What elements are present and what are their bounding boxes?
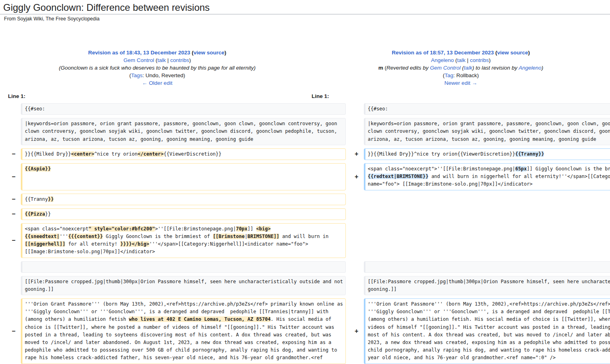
diff-cell-none: [364, 208, 610, 220]
diff-cell-context: {{#seo:: [364, 103, 610, 115]
header-line: m (Reverted edits by Gem Control (talk) …: [312, 64, 610, 72]
text-segment: Reverted edits by: [386, 65, 430, 71]
diff-change: " style="color:#bfc200": [88, 226, 155, 232]
deleted-line-marker: −: [8, 196, 19, 203]
diff-cell-none: [364, 194, 610, 205]
text-segment: }}{{Milked Dry}}: [25, 151, 71, 157]
header-line: Revision as of 18:43, 13 December 2023 (…: [8, 49, 307, 56]
diff-row: −'''Orion Grant Passmore''' (born May 13…: [8, 298, 610, 364]
link[interactable]: contribs: [170, 57, 189, 63]
link[interactable]: Revision as of 18:43, 13 December 2023: [88, 50, 190, 56]
text-segment: (: [454, 57, 457, 63]
header-line: (Goonclown is a sick fuck who deserves t…: [8, 64, 307, 72]
diff-change: <center>: [71, 151, 94, 157]
link[interactable]: Tags: [131, 72, 142, 78]
text-segment: {{ViewerDiscretion}}: [164, 151, 222, 157]
diff-row: −<span class="noexcerpt" style="color:#b…: [8, 223, 610, 258]
link[interactable]: Angeleno: [519, 65, 542, 71]
text-segment: |keywords=orion passmore, orion grant pa…: [368, 121, 610, 142]
text-segment: |keywords=orion passmore, orion grant pa…: [25, 121, 340, 142]
text-segment: ^nice try orion: [94, 151, 137, 157]
text-segment: }}{{Milked Dry}}^nice try orion{{ViewerD…: [368, 151, 515, 157]
diff-cell-del: '''Orion Grant Passmore''' (born May 13t…: [21, 298, 346, 364]
text-segment: '''Orion Grant Passmore''' (born May 13t…: [368, 301, 610, 360]
diff-row: |keywords=orion passmore, orion grant pa…: [8, 118, 610, 145]
diff-header: Revision as of 18:43, 13 December 2023 (…: [8, 49, 610, 87]
diff-cell-context: [[File:Passmore cropped.jpg|thumb|300px|…: [21, 276, 346, 295]
text-segment: ): [225, 50, 227, 56]
diff-cell-context: [364, 261, 610, 273]
diff-change: {{Pizza: [25, 211, 45, 217]
text-segment: and will burn in: [279, 234, 331, 239]
text-segment: (: [154, 57, 157, 63]
text-segment: m: [378, 65, 383, 71]
diff-change: [[niggerhell]]: [25, 241, 65, 247]
deleted-line-marker: −: [8, 210, 19, 218]
text-segment: ): [189, 57, 191, 63]
text-segment: >''[[File:Brimstonepage.png|: [155, 226, 236, 232]
header-line: Revision as of 18:57, 13 December 2023 (…: [312, 49, 610, 56]
link[interactable]: Newer edit →: [444, 80, 477, 86]
link[interactable]: contribs: [470, 57, 489, 63]
diff-old-header: Revision as of 18:43, 13 December 2023 (…: [8, 49, 307, 87]
diff-change: }}}}</big>: [120, 241, 149, 247]
deleted-line-marker: −: [8, 150, 19, 158]
text-segment: for all eternity!: [65, 241, 120, 247]
link[interactable]: Angeleno: [431, 57, 454, 63]
diff-container: Revision as of 18:43, 13 December 2023 (…: [8, 49, 610, 364]
link[interactable]: ← Older edit: [142, 80, 173, 86]
header-line: Newer edit →: [312, 79, 610, 87]
text-segment: {{#seo:: [368, 106, 388, 112]
text-segment: {{#seo:: [25, 106, 45, 112]
diff-row: [8, 261, 610, 273]
diff-row: [[File:Passmore cropped.jpg|thumb|300px|…: [8, 276, 610, 295]
text-segment: {{Tranny: [25, 196, 48, 202]
diff-cell-context: [[File:Passmore cropped.jpg|thumb|300px|…: [364, 276, 610, 295]
deleted-line-marker: −: [8, 237, 19, 244]
diff-change: 65px: [515, 166, 527, 172]
header-line: Gem Control (talk | contribs): [8, 56, 307, 64]
diff-cell-add: }}{{Milked Dry}}^nice try orion{{ViewerD…: [364, 148, 610, 160]
diff-row: −{{Tranny}}: [8, 194, 610, 205]
link[interactable]: Gem Control: [123, 57, 154, 63]
link[interactable]: view source: [497, 50, 528, 56]
text-segment: |: [166, 57, 170, 63]
text-segment: ): [542, 65, 544, 71]
diff-change: {{Aspie}}: [25, 166, 51, 172]
link[interactable]: talk: [457, 57, 466, 63]
link[interactable]: talk: [464, 65, 472, 71]
text-segment: <span class="noexcerpt">''[[File:Brimsto…: [368, 166, 515, 172]
text-segment: (: [190, 50, 193, 56]
diff-change: 70px: [236, 226, 247, 232]
header-line: (Tags: Undo, Reverted): [8, 72, 307, 79]
text-segment: [271, 226, 273, 232]
diff-new-header: Revision as of 18:57, 13 December 2023 (…: [312, 49, 610, 87]
diff-cell-none: [364, 235, 610, 246]
diff-change: {{Tranny}}: [515, 151, 544, 157]
text-segment: <span class="noexcerpt: [25, 226, 88, 232]
text-segment: ]]: [247, 226, 256, 232]
text-segment: [[File:Passmore cropped.jpg|thumb|300px|…: [25, 279, 346, 292]
text-segment: . His social media of choice is [[Twitte…: [25, 316, 340, 360]
text-segment: (: [494, 50, 497, 56]
diff-change: who lives at 402 E Camino Lomas, Tucson,…: [129, 316, 271, 322]
text-segment: }}: [45, 211, 51, 217]
diff-row: −{{Pizza}}: [8, 208, 610, 220]
text-segment: [25, 181, 28, 187]
deleted-line-marker: −: [8, 173, 19, 180]
text-segment: Giggly Goonclown is the brimmiest of: [103, 234, 213, 239]
diff-rows: {{#seo:{{#seo:|keywords=orion passmore, …: [8, 103, 610, 364]
link[interactable]: talk: [157, 57, 166, 63]
link[interactable]: Revision as of 18:57, 13 December 2023: [392, 50, 494, 56]
link[interactable]: Tag: [445, 72, 453, 78]
link[interactable]: view source: [194, 50, 225, 56]
header-line: ← Older edit: [8, 79, 307, 87]
diff-row: {{#seo:{{#seo:: [8, 103, 610, 115]
diff-cell-context: {{#seo:: [21, 103, 346, 115]
link[interactable]: Gem Control: [430, 65, 461, 71]
diff-cell-del: }}{{Milked Dry}}<center>^nice try orion<…: [21, 148, 346, 160]
diff-cell-add: <span class="noexcerpt">''[[File:Brimsto…: [364, 163, 610, 190]
text-segment: (Goonclown is a sick fuck who deserves t…: [59, 65, 256, 71]
text-segment: ) to last revision by: [472, 65, 519, 71]
diff-change: {{{content}}: [68, 234, 103, 239]
